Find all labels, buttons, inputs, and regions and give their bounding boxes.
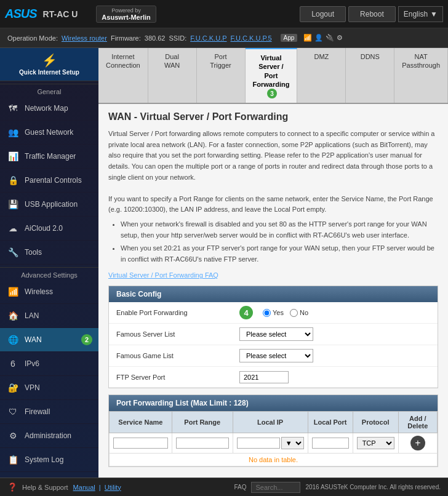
- copyright: 2016 ASUSTeK Computer Inc. All rights re…: [305, 484, 441, 490]
- wireless-icon: 📶: [6, 285, 20, 298]
- tab-dmz[interactable]: DMZ: [297, 48, 346, 103]
- top-nav: Logout Reboot English ▼: [300, 6, 443, 22]
- add-rule-button[interactable]: +: [410, 436, 425, 450]
- lan-icon: 🏠: [6, 309, 20, 322]
- tabs-row: InternetConnection DualWAN PortTrigger V…: [98, 48, 448, 104]
- enable-yes-input[interactable]: [263, 309, 271, 317]
- famous-server-select[interactable]: Please select: [239, 327, 313, 341]
- sidebar-item-vpn[interactable]: 🔐 VPN: [0, 376, 98, 400]
- ssid1-link[interactable]: F.U.C.K.U.P: [190, 34, 226, 42]
- ftp-port-input[interactable]: [239, 371, 289, 383]
- page-title: WAN - Virtual Server / Port Forwarding: [108, 111, 438, 122]
- pf-input-row: ▼ TCP UDP BOTH: [110, 433, 438, 454]
- faq-search-input[interactable]: [251, 482, 300, 493]
- faq-link[interactable]: Virtual Server / Port Forwarding FAQ: [108, 271, 218, 279]
- local-port-input[interactable]: [312, 438, 349, 449]
- ftp-port-row: FTP Server Port: [109, 367, 438, 388]
- main-layout: ⚡ Quick Internet Setup General 🗺 Network…: [0, 48, 448, 478]
- status-icons: 📶 👤 🔌 ⚙: [303, 34, 343, 42]
- tab-virtual-server[interactable]: Virtual Server / PortForwarding 3: [246, 48, 298, 103]
- sidebar-label-guest-network: Guest Network: [25, 128, 73, 137]
- sidebar-item-parental-controls[interactable]: 🔒 Parental Controls: [0, 169, 98, 193]
- famous-server-label: Famous Server List: [116, 330, 239, 338]
- powered-label: Powered by: [111, 7, 141, 14]
- sidebar-item-administration[interactable]: ⚙ Administration: [0, 424, 98, 448]
- ipv6-icon: 6: [6, 357, 20, 370]
- sidebar-item-firewall[interactable]: 🛡 Firewall: [0, 400, 98, 424]
- utility-link[interactable]: Utility: [105, 484, 121, 491]
- sidebar-item-wireless[interactable]: 📶 Wireless: [0, 280, 98, 304]
- logo-area: ASUS RT-AC U: [5, 7, 78, 21]
- tab-dual-wan[interactable]: DualWAN: [148, 48, 197, 103]
- tab-badge: 3: [267, 89, 277, 98]
- sidebar-label-administration: Administration: [25, 431, 71, 440]
- sidebar-item-ipv6[interactable]: 6 IPv6: [0, 352, 98, 376]
- sidebar-item-traffic-manager[interactable]: 📊 Traffic Manager: [0, 145, 98, 169]
- reboot-button[interactable]: Reboot: [348, 6, 396, 22]
- sidebar-item-aicloud[interactable]: ☁ AiCloud 2.0: [0, 217, 98, 241]
- usb-application-icon: 💾: [6, 198, 20, 211]
- quick-setup-label: Quick Internet Setup: [19, 69, 79, 76]
- col-port-range: Port Range: [172, 412, 233, 433]
- sidebar-item-system-log[interactable]: 📋 System Log: [0, 448, 98, 472]
- manual-link[interactable]: Manual: [73, 484, 95, 491]
- apply-row: Apply: [108, 473, 438, 478]
- logout-button[interactable]: Logout: [300, 6, 346, 22]
- col-service-name: Service Name: [110, 412, 172, 433]
- sidebar-label-network-map: Network Map: [25, 104, 68, 113]
- sidebar-item-network-tools[interactable]: 🔧 Network Tools: [0, 472, 98, 478]
- enable-no-input[interactable]: [290, 309, 298, 317]
- pf-table: Service Name Port Range Local IP Local P…: [109, 411, 438, 466]
- enable-badge: 4: [239, 306, 253, 319]
- enable-yes-radio[interactable]: Yes: [263, 309, 284, 317]
- sidebar-item-guest-network[interactable]: 👥 Guest Network: [0, 121, 98, 145]
- sidebar-item-usb-application[interactable]: 💾 USB Application: [0, 193, 98, 217]
- bottom-bar: ❓ Help & Support Manual | Utility FAQ 20…: [0, 478, 448, 496]
- tab-nat-passthrough[interactable]: NATPassthrough: [394, 48, 448, 103]
- sidebar-item-network-map[interactable]: 🗺 Network Map: [0, 97, 98, 121]
- protocol-select[interactable]: TCP UDP BOTH: [357, 437, 394, 449]
- service-name-cell: [110, 433, 172, 454]
- status-bar: Operation Mode: Wireless router Firmware…: [0, 28, 448, 48]
- local-ip-dropdown[interactable]: ▼: [281, 437, 304, 449]
- service-name-input[interactable]: [113, 438, 168, 449]
- app-badge: App: [281, 34, 298, 42]
- firmware-label: Firmware:: [111, 34, 141, 42]
- col-protocol: Protocol: [353, 412, 398, 433]
- local-ip-input[interactable]: [237, 438, 280, 449]
- firewall-icon: 🛡: [6, 405, 20, 418]
- language-selector[interactable]: English ▼: [398, 6, 443, 22]
- col-local-port: Local Port: [308, 412, 353, 433]
- operation-mode-label: Operation Mode:: [7, 34, 58, 42]
- tab-port-trigger[interactable]: PortTrigger: [197, 48, 246, 103]
- sidebar-item-quick-setup[interactable]: ⚡ Quick Internet Setup: [0, 48, 98, 81]
- help-icon: ❓: [7, 482, 17, 492]
- enable-no-radio[interactable]: No: [290, 309, 308, 317]
- user-icon: 👤: [314, 34, 323, 42]
- chevron-down-icon: ▼: [430, 10, 438, 18]
- sidebar-label-firewall: Firewall: [25, 407, 50, 416]
- famous-game-select[interactable]: Please select: [239, 349, 313, 362]
- operation-mode-link[interactable]: Wireless router: [62, 34, 107, 42]
- basic-config-section: Basic Config Enable Port Forwarding 4 Ye…: [108, 286, 438, 388]
- sidebar-label-wireless: Wireless: [25, 287, 53, 296]
- enable-port-forwarding-row: Enable Port Forwarding 4 Yes No: [109, 302, 438, 324]
- administration-icon: ⚙: [6, 429, 20, 442]
- enable-radio-group: Yes No: [263, 309, 308, 317]
- sidebar-item-lan[interactable]: 🏠 LAN: [0, 304, 98, 328]
- col-add-delete: Add / Delete: [398, 412, 437, 433]
- tab-internet-connection[interactable]: InternetConnection: [98, 48, 148, 103]
- asuswrt-label: Asuswrt-Merlin: [102, 14, 150, 21]
- ssid2-link[interactable]: F.U.C.K.U.P.5: [230, 34, 271, 42]
- sidebar-label-tools: Tools: [25, 248, 42, 257]
- enable-port-forwarding-label: Enable Port Forwarding: [116, 309, 239, 316]
- advanced-section-header: Advanced Settings: [0, 267, 98, 280]
- page-content: WAN - Virtual Server / Port Forwarding V…: [98, 104, 448, 478]
- bottom-links: Manual | Utility: [73, 484, 121, 491]
- sidebar-item-wan[interactable]: 🌐 WAN 2: [0, 328, 98, 352]
- sidebar-item-tools[interactable]: 🔧 Tools: [0, 241, 98, 265]
- bottom-right: FAQ 2016 ASUSTeK Computer Inc. All right…: [234, 482, 441, 493]
- sidebar-label-traffic-manager: Traffic Manager: [25, 152, 76, 161]
- port-range-input[interactable]: [176, 438, 229, 449]
- tab-ddns[interactable]: DDNS: [346, 48, 394, 103]
